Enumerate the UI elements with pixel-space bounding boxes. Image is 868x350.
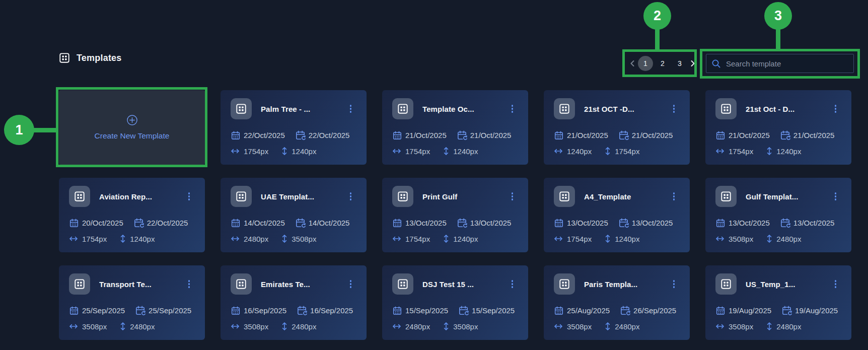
template-card[interactable]: Palm Tree - ... 22/Oct/2025 22/Oct/2025 [221,90,367,165]
height-group: 1240px [605,234,639,243]
template-card[interactable]: Print Gulf 13/Oct/2025 13/Oct/2025 [382,178,528,252]
template-title: Print Gulf [422,192,510,201]
template-card[interactable]: A4_Template 13/Oct/2025 13/Oct/2025 [544,178,690,252]
width-group: 1754px [392,235,430,243]
card-dimensions-row: 3508px 2480px [554,322,690,331]
kebab-menu-icon[interactable] [186,278,192,290]
updated-date: 25/Sep/2025 [149,306,191,315]
template-card[interactable]: 21st Oct - D... 21/Oct/2025 21/Oct/2025 [705,90,851,165]
template-card[interactable]: US_Temp_1... 19/Aug/2025 19/Aug/2025 [705,265,851,340]
width-group: 1240px [554,147,592,156]
pagination-next-icon[interactable] [689,60,696,67]
kebab-menu-icon[interactable] [348,278,354,290]
kebab-menu-icon[interactable] [833,103,839,115]
template-width: 1754px [405,235,430,243]
height-group: 2480px [281,322,316,331]
updated-date: 19/Aug/2025 [795,306,838,315]
pagination-prev-icon[interactable] [629,60,636,67]
template-title: UAE Templat... [261,192,348,201]
card-dates-row: 21/Oct/2025 21/Oct/2025 [715,130,851,141]
template-title: Aviation Rep... [99,192,186,201]
calendar-sync-icon [297,305,307,316]
template-title: Transport Te... [99,280,186,289]
kebab-menu-icon[interactable] [671,103,677,115]
kebab-menu-icon[interactable] [186,190,192,202]
pagination-page-3[interactable]: 3 [672,56,687,71]
calendar-icon [231,218,241,228]
create-new-template-label: Create New Template [95,131,170,141]
created-date-group: 14/Oct/2025 [231,218,285,228]
kebab-menu-icon[interactable] [510,103,516,115]
card-dates-row: 13/Oct/2025 13/Oct/2025 [715,218,851,228]
template-thumbnail-icon [715,186,737,207]
template-card[interactable]: Emirates Te... 16/Sep/2025 16/Sep/2025 [221,265,367,340]
calendar-icon [69,218,79,228]
search-input[interactable] [725,59,848,68]
template-title: Emirates Te... [261,280,348,289]
kebab-menu-icon[interactable] [671,278,677,290]
template-height: 3508px [292,235,316,243]
kebab-menu-icon[interactable] [348,103,354,115]
updated-date-group: 13/Oct/2025 [457,218,512,228]
created-date: 21/Oct/2025 [729,131,770,139]
template-card[interactable]: UAE Templat... 14/Oct/2025 14/Oct/2025 [221,178,367,252]
updated-date-group: 26/Sep/2025 [620,305,676,316]
template-width: 1240px [567,147,592,156]
created-date-group: 25/Aug/2025 [554,306,610,316]
created-date: 13/Oct/2025 [729,219,770,227]
kebab-menu-icon[interactable] [348,190,354,202]
template-card[interactable]: Transport Te... 25/Sep/2025 25/Sep/2025 [59,265,205,340]
template-card[interactable]: 21st OCT -D... 21/Oct/2025 21/Oct/2025 [544,90,690,165]
created-date: 15/Sep/2025 [405,306,448,315]
kebab-menu-icon[interactable] [833,190,839,202]
card-dates-row: 13/Oct/2025 13/Oct/2025 [554,218,690,228]
template-card[interactable]: Template Oc... 21/Oct/2025 21/Oct/2025 [382,90,528,165]
template-thumbnail-icon [231,186,252,207]
arrow-horizontal-icon [715,148,725,154]
template-thumbnail-icon [392,186,413,207]
height-group: 1240px [120,234,155,243]
kebab-menu-icon[interactable] [510,190,516,202]
pagination-page-1[interactable]: 1 [638,56,653,71]
calendar-icon [231,130,241,141]
calendar-icon [69,306,79,316]
width-group: 3508px [715,235,753,243]
template-height: 2480px [292,322,316,331]
card-dates-row: 25/Sep/2025 25/Sep/2025 [69,305,205,316]
arrow-horizontal-icon [392,236,401,242]
template-card[interactable]: DSJ Test 15 ... 15/Sep/2025 15/Sep/2025 [382,265,528,340]
updated-date-group: 21/Oct/2025 [780,130,835,141]
card-dimensions-row: 3508px 2480px [231,322,367,331]
height-group: 1240px [443,234,478,243]
calendar-sync-icon [780,218,790,228]
updated-date: 13/Oct/2025 [632,219,673,227]
template-grid: Create New Template Palm Tree - ... 22/O… [59,90,851,340]
updated-date-group: 14/Oct/2025 [295,218,350,228]
calendar-icon [715,130,726,141]
kebab-menu-icon[interactable] [510,278,516,290]
height-group: 2480px [766,322,801,331]
pagination-page-2[interactable]: 2 [655,56,670,71]
page-title: Templates [77,53,122,63]
calendar-icon [392,130,402,141]
template-card[interactable]: Paris Templa... 25/Aug/2025 26/Sep/2025 [544,265,690,340]
template-card[interactable]: Gulf Templat... 13/Oct/2025 13/Oct/2025 [705,178,851,252]
template-height: 1240px [453,235,478,243]
template-width: 3508px [244,322,268,331]
kebab-menu-icon[interactable] [833,278,839,290]
updated-date: 22/Oct/2025 [147,219,188,227]
card-header: Print Gulf [382,178,528,207]
card-header: 21st OCT -D... [544,90,690,119]
updated-date-group: 13/Oct/2025 [780,218,835,228]
create-new-template-card[interactable]: Create New Template [59,90,205,165]
template-card[interactable]: Aviation Rep... 20/Oct/2025 22/Oct/2025 [59,178,205,252]
card-dimensions-row: 1754px 1240px [715,147,851,156]
updated-date-group: 21/Oct/2025 [457,130,512,141]
height-group: 3508px [443,322,478,331]
arrow-horizontal-icon [554,148,563,154]
created-date-group: 16/Sep/2025 [231,306,286,316]
card-dimensions-row: 1754px 1240px [69,234,205,243]
template-height: 2480px [615,322,639,331]
width-group: 1754px [69,235,107,243]
kebab-menu-icon[interactable] [671,190,677,202]
